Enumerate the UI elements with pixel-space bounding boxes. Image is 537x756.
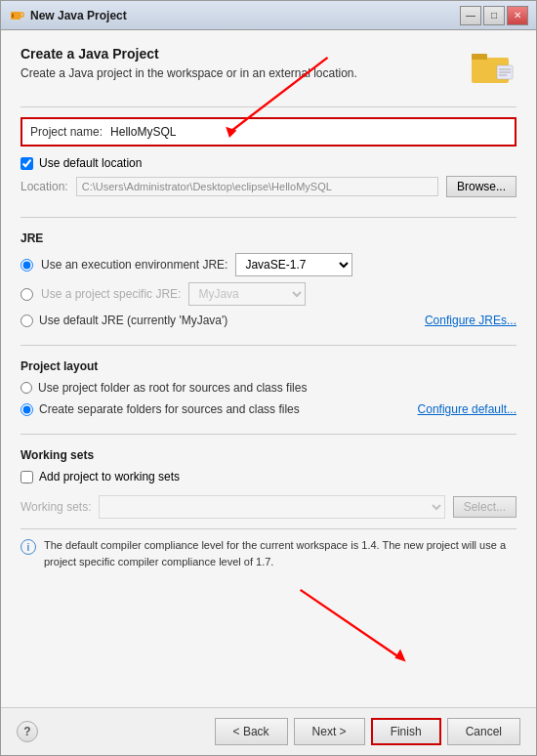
jre-option3-label: Use default JRE (currently 'MyJava') <box>39 314 227 327</box>
jre-radio-group: Use an execution environment JRE: JavaSE… <box>21 253 516 327</box>
header-icon <box>470 46 516 85</box>
working-sets-header: Working sets <box>21 448 516 462</box>
cancel-button[interactable]: Cancel <box>447 718 520 745</box>
maximize-button[interactable]: □ <box>483 6 505 25</box>
finish-button[interactable]: Finish <box>371 718 441 745</box>
use-default-location-row: Use default location <box>21 156 516 170</box>
location-label: Location: <box>21 180 68 193</box>
bottom-buttons: < Back Next > Finish Cancel <box>215 718 520 745</box>
browse-button[interactable]: Browse... <box>446 176 516 197</box>
jre-option2-row: Use a project specific JRE: MyJava <box>21 282 516 306</box>
layout-option2-radio[interactable] <box>21 403 33 416</box>
working-sets-label: Working sets: <box>21 500 91 514</box>
use-default-location-checkbox[interactable] <box>21 157 33 170</box>
jre-option2-label: Use a project specific JRE: <box>41 287 181 301</box>
info-text: The default compiler compliance level fo… <box>44 537 516 569</box>
location-input[interactable] <box>76 177 438 196</box>
close-button[interactable]: ✕ <box>507 6 528 25</box>
window-icon <box>9 8 24 23</box>
main-window: New Java Project — □ ✕ Create a Java Pro… <box>0 0 537 756</box>
info-icon: i <box>21 539 36 555</box>
header-section: Create a Java Project Create a Java proj… <box>21 46 516 85</box>
working-sets-select[interactable] <box>99 495 444 519</box>
project-name-label: Project name: <box>30 125 103 139</box>
working-sets-select-button[interactable]: Select... <box>453 496 516 518</box>
jre-option1-radio[interactable] <box>21 259 33 272</box>
layout-option2-label: Create separate folders for sources and … <box>39 402 300 416</box>
header-divider <box>21 106 516 107</box>
add-to-working-sets-label: Add project to working sets <box>39 470 180 483</box>
jre-option1-label: Use an execution environment JRE: <box>41 258 227 272</box>
layout-radio-group: Use project folder as root for sources a… <box>21 381 516 416</box>
configure-default-link[interactable]: Configure default... <box>418 402 516 416</box>
jre-specific-select[interactable]: MyJava <box>188 282 306 306</box>
project-name-row: Project name: <box>21 117 516 147</box>
title-bar: New Java Project — □ ✕ <box>1 1 536 30</box>
back-button[interactable]: < Back <box>215 718 288 745</box>
working-sets-separator <box>21 434 516 435</box>
bottom-bar: ? < Back Next > Finish Cancel <box>1 707 536 755</box>
use-default-location-label: Use default location <box>39 156 142 170</box>
svg-rect-1 <box>21 13 23 17</box>
jre-environment-select[interactable]: JavaSE-1.7 <box>235 253 352 276</box>
layout-option1-radio[interactable] <box>21 382 32 394</box>
configure-jres-link[interactable]: Configure JREs... <box>425 314 516 327</box>
info-box: i The default compiler compliance level … <box>21 528 516 577</box>
layout-option1-row: Use project folder as root for sources a… <box>21 381 516 395</box>
layout-option2-row: Create separate folders for sources and … <box>21 402 516 416</box>
dialog-title: Create a Java Project <box>21 46 357 62</box>
title-bar-controls: — □ ✕ <box>460 6 528 25</box>
project-name-input[interactable] <box>110 125 507 139</box>
jre-option1-row: Use an execution environment JRE: JavaSE… <box>21 253 516 276</box>
jre-separator <box>21 217 516 218</box>
svg-rect-8 <box>472 54 487 60</box>
project-layout-header: Project layout <box>21 359 516 373</box>
header-text: Create a Java Project Create a Java proj… <box>21 46 357 82</box>
jre-section-header: JRE <box>21 231 516 245</box>
next-button[interactable]: Next > <box>294 718 365 745</box>
add-to-working-sets-checkbox[interactable] <box>21 471 33 483</box>
jre-option3-radio[interactable] <box>21 315 33 327</box>
location-row: Location: Browse... <box>21 176 516 197</box>
minimize-button[interactable]: — <box>460 6 481 25</box>
svg-rect-2 <box>12 14 14 18</box>
layout-option1-label: Use project folder as root for sources a… <box>38 381 307 395</box>
title-bar-text: New Java Project <box>30 9 460 22</box>
jre-option3-row: Use default JRE (currently 'MyJava') Con… <box>21 314 516 327</box>
layout-separator <box>21 345 516 346</box>
content-area: Create a Java Project Create a Java proj… <box>1 30 536 707</box>
help-button[interactable]: ? <box>17 721 38 742</box>
jre-option2-radio[interactable] <box>21 288 33 301</box>
dialog-description: Create a Java project in the workspace o… <box>21 65 357 82</box>
working-sets-row: Working sets: Select... <box>21 495 516 519</box>
working-sets-checkbox-row: Add project to working sets <box>21 470 516 483</box>
